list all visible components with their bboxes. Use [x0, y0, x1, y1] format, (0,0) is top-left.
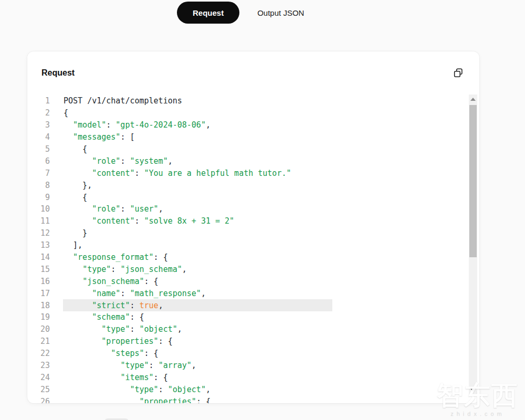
code-text: } [64, 228, 87, 238]
code-line: 15 "type": "json_schema", [27, 263, 479, 275]
line-number: 17 [27, 289, 50, 298]
tab-request[interactable]: Request [177, 2, 239, 24]
panel-header: Request [27, 51, 479, 89]
scroll-up-button[interactable] [469, 94, 477, 104]
scroll-down-icon [470, 388, 476, 392]
code-text: "properties": { [64, 337, 173, 346]
tab-output-json[interactable]: Output JSON [257, 8, 304, 17]
line-number: 19 [27, 312, 50, 322]
line-number: 1 [27, 96, 50, 106]
code-text: "properties": { [64, 397, 211, 403]
view-tabs: Request Output JSON [177, 2, 304, 24]
code-line: 2{ [27, 107, 479, 119]
code-text: { [64, 108, 68, 118]
line-number: 24 [27, 373, 50, 382]
code-text: "type": "object", [64, 324, 182, 334]
scroll-up-icon [470, 98, 476, 101]
line-number: 12 [27, 228, 50, 238]
code-text: "type": "object", [64, 385, 211, 394]
panel-title: Request [41, 68, 75, 78]
code-text: { [64, 144, 87, 154]
code-line: 17 "name": "math_response", [27, 287, 479, 299]
code-line: 22 "steps": { [27, 348, 479, 360]
line-number: 5 [27, 144, 50, 154]
line-number: 7 [27, 169, 50, 178]
line-number: 20 [27, 324, 50, 334]
code-text: "role": "system", [64, 156, 173, 166]
code-scrollbar[interactable] [469, 94, 477, 395]
code-text: }, [64, 181, 92, 190]
code-text: ], [64, 240, 82, 250]
line-number: 16 [27, 277, 50, 286]
code-line: 7 "content": "You are a helpful math tut… [27, 167, 479, 179]
code-line: 9 { [27, 191, 479, 203]
code-line: 12 } [27, 227, 479, 239]
scrollbar-thumb[interactable] [469, 105, 477, 257]
code-line: 11 "content": "solve 8x + 31 = 2" [27, 215, 479, 227]
code-line: 13 ], [27, 239, 479, 251]
code-text: POST /v1/chat/completions [64, 96, 182, 106]
code-text: "type": "json_schema", [64, 265, 187, 274]
line-number: 14 [27, 253, 50, 262]
code-line: 1POST /v1/chat/completions [27, 95, 479, 107]
line-number: 10 [27, 204, 50, 214]
line-number: 22 [27, 349, 50, 358]
code-text: "role": "user", [64, 204, 163, 214]
code-text: "name": "math_response", [64, 289, 206, 298]
code-line: 19 "schema": { [27, 311, 479, 323]
code-line: 5 { [27, 143, 479, 155]
line-number: 11 [27, 216, 50, 226]
code-text: "json_schema": { [64, 277, 159, 286]
watermark-url: zhidx.com [437, 411, 519, 417]
request-panel: Request 1POST /v1/chat/completions2{3 "m… [27, 51, 479, 403]
code-text: "schema": { [64, 312, 144, 322]
code-text: "content": "You are a helpful math tutor… [64, 169, 291, 178]
line-number: 21 [27, 337, 50, 346]
code-text: "steps": { [64, 349, 159, 358]
code-line: 6 "role": "system", [27, 155, 479, 167]
line-number: 8 [27, 181, 50, 190]
code-text: { [64, 193, 87, 202]
code-line: 21 "properties": { [27, 335, 479, 348]
code-line: 14 "response_format": { [27, 251, 479, 264]
code-line: 10 "role": "user", [27, 203, 479, 215]
code-line: 3 "model": "gpt-4o-2024-08-06", [27, 119, 479, 131]
code-line: 18 "strict": true, [27, 299, 479, 311]
line-number: 6 [27, 156, 50, 166]
scroll-down-button[interactable] [469, 385, 477, 395]
code-text: "type": "array", [64, 361, 196, 370]
code-line: 20 "type": "object", [27, 323, 479, 335]
code-text: "content": "solve 8x + 31 = 2" [64, 216, 234, 226]
code-text: "response_format": { [64, 253, 168, 262]
code-text: "messages": [ [64, 132, 134, 142]
line-number: 15 [27, 265, 50, 274]
code-block: 1POST /v1/chat/completions2{3 "model": "… [27, 95, 479, 403]
line-number: 2 [27, 108, 50, 118]
code-line: 24 "items": { [27, 371, 479, 383]
line-number: 13 [27, 240, 50, 250]
code-line: 25 "type": "object", [27, 383, 479, 395]
code-line: 23 "type": "array", [27, 360, 479, 372]
code-text: "items": { [64, 373, 168, 382]
line-number: 9 [27, 193, 50, 202]
copy-icon [453, 67, 464, 79]
line-number: 25 [27, 385, 50, 394]
line-number: 23 [27, 361, 50, 370]
code-text: "strict": true, [64, 301, 163, 310]
code-line: 4 "messages": [ [27, 131, 479, 143]
copy-button[interactable] [452, 66, 465, 80]
line-number: 18 [27, 301, 50, 310]
code-line: 8 }, [27, 179, 479, 191]
code-text: "model": "gpt-4o-2024-08-06", [64, 120, 211, 130]
code-line: 16 "json_schema": { [27, 275, 479, 287]
code-line: 26 "properties": { [27, 395, 479, 403]
line-number: 4 [27, 132, 50, 142]
line-number: 26 [27, 397, 50, 403]
line-number: 3 [27, 120, 50, 130]
